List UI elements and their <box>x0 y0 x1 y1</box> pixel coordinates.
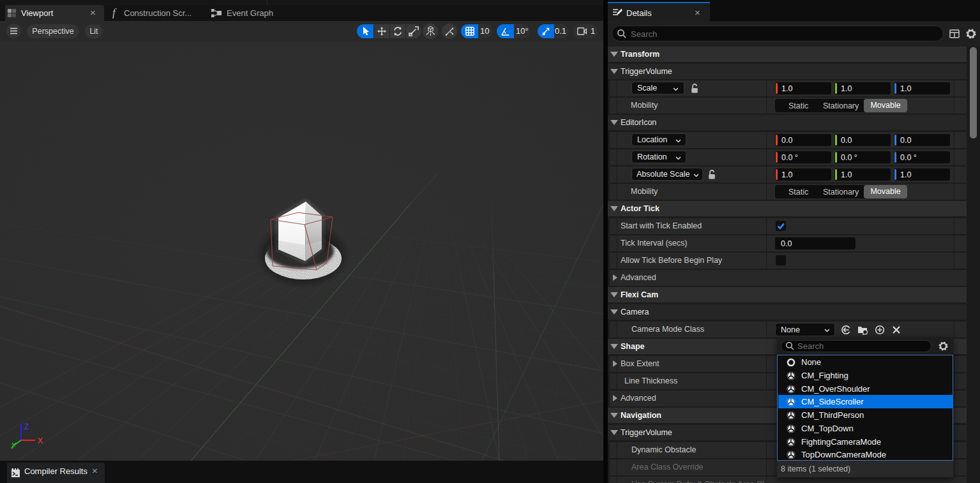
svg-text:Z: Z <box>24 422 29 431</box>
svg-text:X: X <box>38 436 43 445</box>
